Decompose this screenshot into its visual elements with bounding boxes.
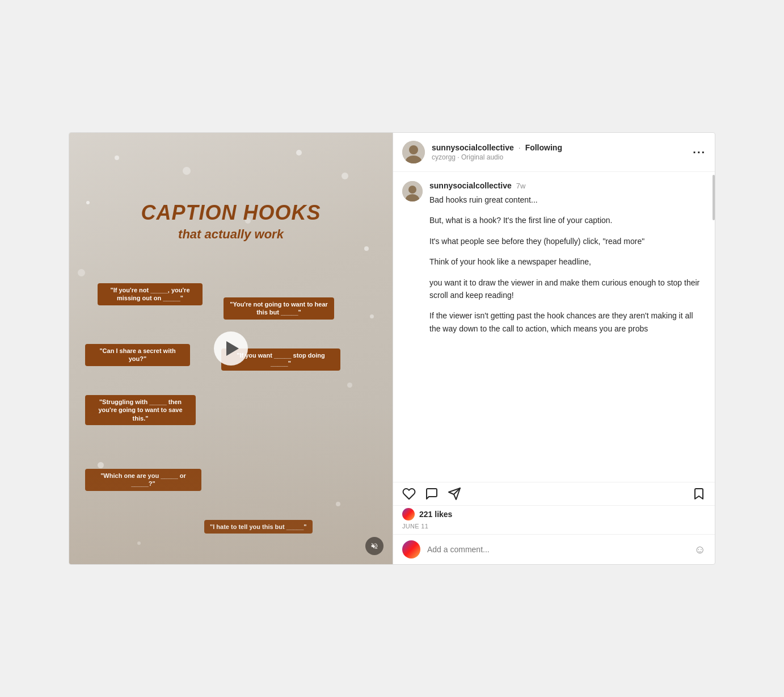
caption-area: sunnysocialcollective 7w Bad hooks ruin … [393, 172, 715, 482]
caption-para-6: If the viewer isn't getting past the hoo… [429, 309, 706, 335]
scrollbar-thumb[interactable] [713, 175, 715, 220]
post-media: CAPTION HOOKS that actually work "If you… [69, 133, 393, 564]
caption-para-2: But, what is a hook? It's the first line… [429, 214, 706, 226]
caption-para-3: It's what people see before they (hopefu… [429, 235, 706, 247]
caption-row: sunnysocialcollective 7w Bad hooks ruin … [402, 181, 706, 335]
caption-text: Bad hooks ruin great content... But, wha… [429, 194, 706, 335]
comment-button[interactable] [425, 487, 439, 501]
header-meta: sunnysocialcollective · Following cyzorg… [432, 143, 686, 161]
post-info: sunnysocialcollective · Following cyzorg… [393, 133, 715, 564]
mute-icon [370, 542, 378, 550]
like-button[interactable] [402, 487, 416, 501]
caption-avatar[interactable] [402, 181, 423, 201]
header-following[interactable]: Following [525, 143, 562, 152]
hook-badge-7: "I hate to tell you this but _____" [204, 520, 313, 534]
media-title-sub: that actually work [69, 227, 393, 242]
caption-content: sunnysocialcollective 7w Bad hooks ruin … [429, 181, 706, 335]
header-avatar[interactable] [402, 141, 425, 163]
header-subtext: cyzorgg · Original audio [432, 153, 686, 161]
likes-number: 221 likes [419, 510, 452, 519]
header-username[interactable]: sunnysocialcollective [432, 143, 514, 152]
comment-user-avatar [402, 540, 420, 559]
save-button[interactable] [692, 487, 706, 501]
post-date: June 11 [393, 522, 715, 534]
hook-badge-6: "Which one are you _____ or _____?" [85, 469, 201, 491]
caption-para-1: Bad hooks ruin great content... [429, 194, 706, 206]
post-container: CAPTION HOOKS that actually work "If you… [69, 132, 715, 565]
hook-badge-2: "You're not going to want to hear this b… [224, 297, 334, 320]
header-separator: · [519, 143, 521, 152]
likes-count: 221 likes [402, 508, 706, 520]
post-header: sunnysocialcollective · Following cyzorg… [393, 133, 715, 172]
post-likes: 221 likes [393, 506, 715, 522]
hook-badge-5: "Struggling with _____ then you're going… [85, 395, 196, 425]
media-title-main: CAPTION HOOKS [69, 201, 393, 225]
mute-button[interactable] [365, 537, 383, 555]
caption-para-5: you want it to draw the viewer in and ma… [429, 276, 706, 302]
hook-badge-3: "Can I share a secret with you?" [85, 344, 190, 366]
svg-point-4 [408, 186, 416, 194]
svg-point-1 [409, 145, 418, 154]
likes-avatar [402, 508, 415, 520]
emoji-button[interactable]: ☺ [694, 543, 706, 556]
comment-input[interactable] [427, 545, 688, 554]
add-comment-area: ☺ [393, 534, 715, 564]
caption-username[interactable]: sunnysocialcollective [429, 181, 512, 190]
scrollbar-track [711, 173, 715, 564]
play-button[interactable] [214, 331, 248, 366]
share-button[interactable] [448, 487, 461, 501]
header-more-button[interactable]: ··· [693, 146, 706, 159]
hook-badge-1: "If you're not _____, you're missing out… [98, 283, 203, 305]
post-actions [393, 482, 715, 506]
caption-username-line: sunnysocialcollective 7w [429, 181, 706, 190]
media-title-area: CAPTION HOOKS that actually work [69, 201, 393, 242]
header-username-row: sunnysocialcollective · Following [432, 143, 686, 152]
caption-time: 7w [516, 182, 526, 190]
caption-para-4: Think of your hook like a newspaper head… [429, 255, 706, 268]
